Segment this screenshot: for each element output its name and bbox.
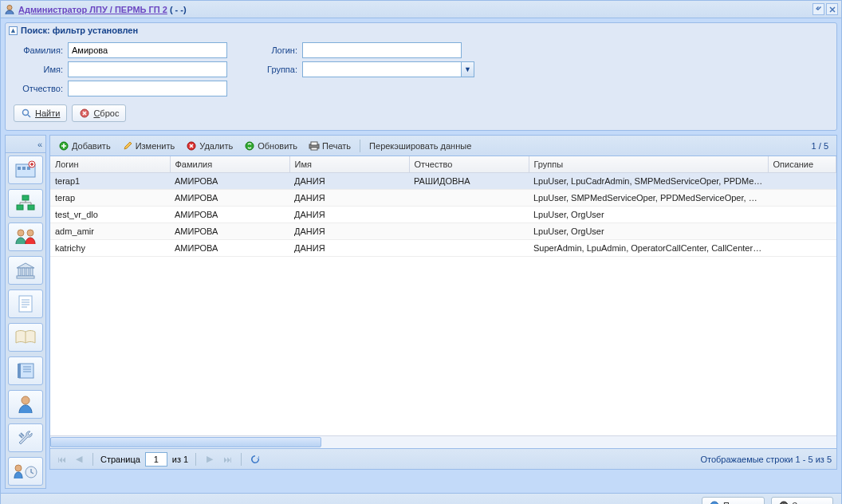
prev-page-button[interactable]: ◀: [73, 453, 85, 466]
cell-login: katrichy: [50, 240, 170, 257]
cell-surname: АМИРОВА: [170, 240, 289, 257]
delete-button[interactable]: Удалить: [181, 138, 238, 154]
svg-point-21: [22, 396, 30, 404]
page-label: Страница: [100, 455, 140, 464]
last-page-button[interactable]: ⏭: [221, 453, 234, 466]
cell-groups: LpuUser, OrgUser: [529, 223, 768, 240]
name-input[interactable]: [68, 61, 227, 77]
cell-login: adm_amir: [50, 223, 170, 240]
cell-patronymic: РАШИДОВНА: [409, 173, 529, 190]
col-surname[interactable]: Фамилия: [170, 156, 289, 173]
group-dropdown-icon[interactable]: ▼: [462, 61, 474, 77]
cell-description: [768, 207, 836, 223]
svg-rect-29: [311, 148, 317, 150]
recache-button[interactable]: Перекэшировать данные: [364, 138, 476, 154]
delete-icon: [186, 140, 197, 152]
page-input[interactable]: [145, 452, 167, 467]
sidebar-orgchart-button[interactable]: [8, 189, 43, 218]
display-info: Отображаемые строки 1 - 5 из 5: [700, 455, 832, 464]
search-panel: ▲ Поиск: фильтр установлен Фамилия: Имя:…: [5, 22, 837, 131]
svg-point-32: [780, 502, 788, 505]
patronymic-label: Отчество:: [14, 84, 63, 93]
cell-name: ДАНИЯ: [289, 223, 409, 240]
grid-panel: Добавить Изменить Удалить Обновить Печат…: [49, 135, 837, 470]
sidebar-notebook-button[interactable]: [8, 356, 43, 385]
help-button[interactable]: ? Помощь: [702, 497, 765, 505]
svg-point-11: [18, 230, 24, 236]
name-label: Имя:: [14, 65, 63, 74]
edit-button[interactable]: Изменить: [117, 138, 180, 154]
sidebar-book-button[interactable]: [8, 323, 43, 352]
sidebar-tools-button[interactable]: [8, 423, 43, 452]
table-row[interactable]: terap1АМИРОВАДАНИЯРАШИДОВНАLpuUser, LpuC…: [50, 173, 836, 190]
maximize-button[interactable]: [812, 3, 824, 15]
cancel-icon: [79, 108, 90, 119]
data-grid[interactable]: Логин Фамилия Имя Отчество Группы Описан…: [50, 156, 836, 435]
col-login[interactable]: Логин: [50, 156, 170, 173]
svg-rect-10: [28, 205, 34, 210]
svg-rect-15: [26, 268, 29, 276]
sidebar-profile-button[interactable]: [8, 390, 43, 419]
close-icon: [778, 500, 789, 505]
close-button[interactable]: [826, 3, 838, 15]
svg-point-12: [27, 230, 33, 236]
horizontal-scrollbar[interactable]: [50, 435, 836, 448]
cell-groups: LpuUser, OrgUser: [529, 207, 768, 223]
cell-patronymic: [409, 207, 529, 223]
table-row[interactable]: test_vr_dloАМИРОВАДАНИЯLpuUser, OrgUser: [50, 207, 836, 223]
sidebar-history-button[interactable]: [8, 457, 43, 486]
sidebar-collapse-button[interactable]: «: [6, 136, 45, 153]
user-icon: [4, 4, 15, 15]
cell-surname: АМИРОВА: [170, 190, 289, 207]
cell-surname: АМИРОВА: [170, 223, 289, 240]
svg-rect-14: [22, 268, 25, 276]
surname-input[interactable]: [68, 42, 227, 58]
patronymic-input[interactable]: [68, 81, 227, 96]
cell-patronymic: [409, 190, 529, 207]
table-row[interactable]: terapАМИРОВАДАНИЯLpuUser, SMPMedServiceO…: [50, 190, 836, 207]
cell-description: [768, 223, 836, 240]
reload-button[interactable]: [249, 453, 262, 466]
window-footer: ? Помощь Закрыть: [1, 493, 841, 504]
paging-toolbar: ⏮ ◀ Страница из 1 ▶ ⏭ Отображаемые строк…: [50, 448, 836, 469]
scrollbar-thumb[interactable]: [50, 437, 321, 447]
group-input[interactable]: [302, 61, 462, 77]
find-button[interactable]: Найти: [14, 104, 67, 122]
surname-label: Фамилия:: [14, 45, 63, 55]
close-footer-button[interactable]: Закрыть: [771, 497, 833, 505]
next-page-button[interactable]: ▶: [203, 453, 216, 466]
login-input[interactable]: [302, 42, 462, 58]
table-row[interactable]: katrichyАМИРОВАДАНИЯSuperAdmin, LpuAdmin…: [50, 240, 836, 257]
cell-login: terap: [50, 190, 170, 207]
sidebar-bank-button[interactable]: [8, 256, 43, 285]
help-icon: ?: [709, 500, 720, 505]
table-row[interactable]: adm_amirАМИРОВАДАНИЯLpuUser, OrgUser: [50, 223, 836, 240]
admin-window: Администратор ЛПУ / ПЕРМЬ ГП 2 ( - -) ▲ …: [0, 0, 842, 504]
svg-rect-28: [311, 142, 317, 145]
col-name[interactable]: Имя: [289, 156, 409, 173]
svg-point-22: [15, 465, 22, 471]
sidebar-users-button[interactable]: [8, 222, 43, 251]
svg-rect-19: [19, 364, 33, 378]
first-page-button[interactable]: ⏮: [55, 453, 68, 466]
refresh-button[interactable]: Обновить: [239, 138, 302, 154]
cell-login: test_vr_dlo: [50, 207, 170, 223]
cell-groups: LpuUser, LpuCadrAdmin, SMPMedServiceOper…: [529, 173, 768, 190]
login-label: Логин:: [259, 45, 297, 55]
add-button[interactable]: Добавить: [53, 138, 116, 154]
collapse-icon[interactable]: ▲: [9, 26, 18, 35]
col-groups[interactable]: Группы: [529, 156, 768, 173]
col-patronymic[interactable]: Отчество: [409, 156, 529, 173]
window-title: Администратор ЛПУ / ПЕРМЬ ГП 2 ( - -): [18, 5, 187, 14]
sidebar-document-button[interactable]: [8, 289, 43, 318]
column-header-row: Логин Фамилия Имя Отчество Группы Описан…: [50, 156, 836, 173]
sidebar-hospital-button[interactable]: [8, 156, 43, 184]
cell-name: ДАНИЯ: [289, 207, 409, 223]
plus-icon: [58, 140, 69, 152]
search-title: Поиск: фильтр установлен: [21, 26, 138, 35]
svg-rect-4: [18, 167, 21, 170]
col-description[interactable]: Описание: [768, 156, 836, 173]
reset-button[interactable]: Сброс: [72, 104, 126, 122]
svg-rect-18: [19, 296, 32, 312]
print-button[interactable]: Печать: [304, 138, 356, 154]
